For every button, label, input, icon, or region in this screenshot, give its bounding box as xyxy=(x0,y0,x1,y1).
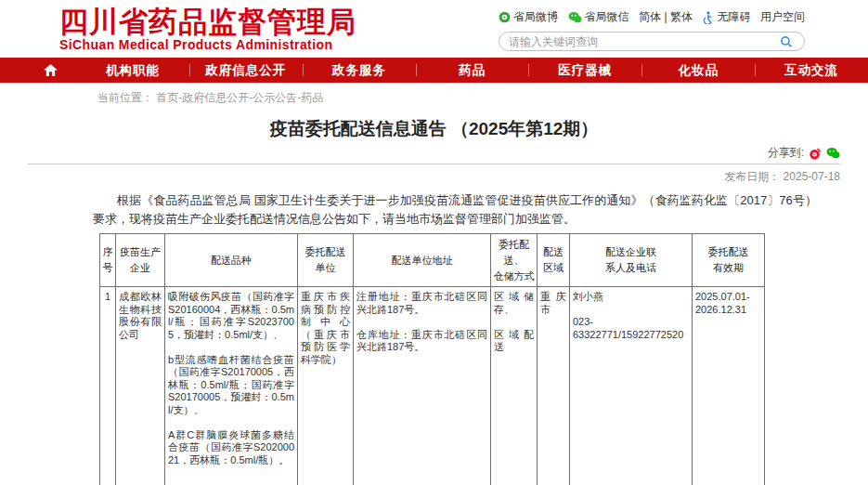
cell-products: 吸附破伤风疫苗（国药准字S20160004，西林瓶：0.5ml/瓶；国药准字S2… xyxy=(165,287,298,485)
col-header-storage-mode: 委托配 送、 仓储方式 xyxy=(491,234,538,287)
article-body: 根据《食品药品监管总局 国家卫生计生委关于进一步加强疫苗流通监管促进疫苗供应工作… xyxy=(93,191,817,485)
search-box xyxy=(499,32,805,51)
wechat-icon xyxy=(568,11,582,23)
cell-region: 重庆市 xyxy=(538,287,570,485)
search-input[interactable] xyxy=(509,33,769,49)
site-logo-subtitle: SiChuan Medical Products Administration xyxy=(59,37,356,52)
cell-storage-mode: 区域储存、 区域配送 xyxy=(491,287,538,485)
accessibility-link-label: 无障碍 xyxy=(717,9,750,25)
col-header-manufacturer: 疫苗生产 企业 xyxy=(116,234,165,287)
accessibility-link[interactable]: 无障碍 xyxy=(702,9,750,25)
wechat-link[interactable]: 省局微信 xyxy=(568,9,629,25)
title-divider xyxy=(28,164,840,164)
cell-address: 注册地址：重庆市北碚区同兴北路187号。 仓库地址：重庆市北碚区同兴北路187号… xyxy=(354,287,491,485)
share-weibo-icon[interactable] xyxy=(809,147,822,160)
nav-item-drugs[interactable]: 药品 xyxy=(416,58,529,83)
col-header-address: 配送单位地址 xyxy=(354,234,491,287)
breadcrumb-path[interactable]: 首页-政府信息公开-公示公告-药品 xyxy=(156,91,323,104)
site-logo[interactable]: 四川省药品监督管理局 SiChuan Medical Products Admi… xyxy=(59,7,356,52)
nav-item-services[interactable]: 政务服务 xyxy=(303,58,416,83)
breadcrumb-label: 当前位置： xyxy=(97,91,153,104)
user-space-link[interactable]: 用户空间 xyxy=(760,9,805,25)
col-header-region: 配送 区域 xyxy=(538,234,570,287)
cell-validity: 2025.07.01- 2026.12.31 xyxy=(693,287,765,485)
col-header-contact: 配送企业联 系人及电话 xyxy=(570,234,693,287)
nav-item-cosmetics[interactable]: 化妆品 xyxy=(641,58,755,83)
share-wechat-icon[interactable] xyxy=(826,147,840,159)
breadcrumb: 当前位置： 首页-政府信息公开-公示公告-药品 xyxy=(0,83,868,107)
publish-date-label: 发布日期： xyxy=(724,170,780,183)
user-space-link-label: 用户空间 xyxy=(760,9,805,25)
share-label: 分享到: xyxy=(768,145,804,161)
search-icon[interactable] xyxy=(780,35,793,48)
nav-item-gov-info[interactable]: 政府信息公开 xyxy=(189,58,303,83)
col-header-products: 配送品种 xyxy=(165,234,298,287)
nav-item-functions[interactable]: 机构职能 xyxy=(76,58,189,83)
nav-item-interaction[interactable]: 互动交流 xyxy=(755,58,868,83)
lang-toggle-label: 简体 | 繁体 xyxy=(639,9,693,25)
site-logo-title: 四川省药品监督管理局 xyxy=(59,7,356,37)
table-header-row: 序 号 疫苗生产 企业 配送品种 委托配送 单位 配送单位地址 委托配 送、 仓… xyxy=(100,234,765,287)
weibo-icon xyxy=(499,11,511,23)
col-header-seq: 序 号 xyxy=(100,234,116,287)
main-nav: 机构职能 政府信息公开 政务服务 药品 医疗器械 化妆品 互动交流 xyxy=(0,58,868,83)
share-row: 分享到: xyxy=(0,146,868,160)
col-header-distributor: 委托配送 单位 xyxy=(298,234,354,287)
accessibility-icon xyxy=(702,11,714,24)
cell-distributor: 重庆市疾病预防控制中心（重庆市预防医学科学院） xyxy=(298,287,354,485)
table-row: 1 成都欧林生物科技股份有限公司 吸附破伤风疫苗（国药准字S20160004，西… xyxy=(100,287,765,485)
home-button[interactable] xyxy=(24,58,76,83)
col-header-validity: 委托配送 有效期 xyxy=(693,234,765,287)
quick-links: 省局微博 省局微信 简体 | 繁体 无障碍 用户空间 xyxy=(499,9,805,25)
notice-paragraph: 根据《食品药品监管总局 国家卫生计生委关于进一步加强疫苗流通监管促进疫苗供应工作… xyxy=(93,191,817,229)
page-title: 疫苗委托配送信息通告 （2025年第12期） xyxy=(0,118,868,140)
nav-item-devices[interactable]: 医疗器械 xyxy=(528,58,641,83)
vaccine-distribution-table: 序 号 疫苗生产 企业 配送品种 委托配送 单位 配送单位地址 委托配 送、 仓… xyxy=(99,233,765,485)
site-header: 四川省药品监督管理局 SiChuan Medical Products Admi… xyxy=(0,0,868,58)
cell-contact: 刘小燕 023- 63322771/15922772520 xyxy=(570,287,693,485)
weibo-link-label: 省局微博 xyxy=(513,9,558,25)
publish-date-value: 2025-07-18 xyxy=(784,170,840,183)
home-icon xyxy=(44,64,58,76)
header-right: 省局微博 省局微信 简体 | 繁体 无障碍 用户空间 xyxy=(499,9,805,51)
publish-date: 发布日期： 2025-07-18 xyxy=(0,169,868,183)
wechat-link-label: 省局微信 xyxy=(585,9,629,25)
lang-toggle[interactable]: 简体 | 繁体 xyxy=(639,9,693,25)
weibo-link[interactable]: 省局微博 xyxy=(499,9,558,25)
cell-seq: 1 xyxy=(100,287,116,485)
cell-manufacturer: 成都欧林生物科技股份有限公司 xyxy=(116,287,165,485)
